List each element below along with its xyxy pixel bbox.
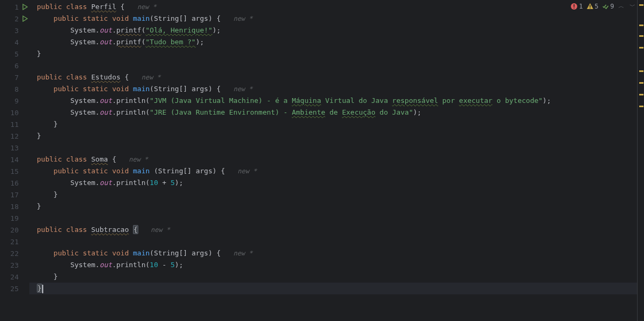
stripe-marker[interactable] [639,70,643,72]
line-number: 7 [14,74,19,82]
code-line[interactable]: public class Estudos { new * [29,71,637,83]
code-line[interactable]: public class Subtracao { new * [29,224,637,236]
weak-count-value: 9 [610,3,614,10]
code-line[interactable]: } [29,118,637,130]
code-line[interactable]: System.out.println(10 + 5); [29,177,637,189]
code-line[interactable]: System.out.println("JRE (Java Runtime En… [29,107,637,118]
stripe-marker[interactable] [639,35,643,37]
code-line[interactable]: public static void main (String[] args) … [29,165,637,177]
code-line[interactable]: public static void main(String[] args) {… [29,13,637,25]
code-line[interactable]: } [29,189,637,200]
line-number: 25 [10,285,19,293]
code-line[interactable]: public static void main(String[] args) {… [29,83,637,95]
svg-rect-2 [574,7,575,9]
line-number: 8 [14,85,19,93]
line-number: 20 [10,226,19,234]
stripe-marker[interactable] [639,82,643,84]
code-line[interactable] [29,142,637,154]
code-line[interactable]: } [29,200,637,212]
code-line[interactable]: System.out.printf("Olá, Henrique!"); [29,25,637,36]
line-number: 6 [14,62,19,70]
weak-warning-count[interactable]: 9 [602,3,614,10]
text-cursor [42,285,43,293]
error-stripe[interactable] [638,0,644,321]
inspection-status-bar: 1 5 9 ︿ ﹀ [570,2,637,10]
line-number: 12 [10,132,19,140]
code-content[interactable]: public class Perfil { new * public stati… [29,0,638,321]
code-line[interactable]: System.out.printf("Tudo bem ?"); [29,36,637,48]
line-number: 16 [10,179,19,187]
next-highlight-button[interactable]: ﹀ [629,2,637,10]
line-number: 3 [14,27,19,35]
error-icon [570,3,578,10]
line-number: 4 [14,38,19,46]
svg-rect-4 [590,7,591,8]
error-count[interactable]: 1 [570,3,583,10]
line-number: 11 [10,121,19,129]
line-number: 15 [10,167,19,175]
warning-icon [586,3,594,10]
warning-count[interactable]: 5 [586,3,599,10]
stripe-marker[interactable] [639,106,643,107]
line-number: 13 [10,144,19,152]
line-number: 22 [10,250,19,258]
code-line[interactable]: } [29,48,637,60]
run-gutter-icon[interactable] [22,15,28,22]
line-number: 24 [10,273,19,281]
svg-rect-1 [574,4,575,7]
prev-highlight-button[interactable]: ︿ [617,2,625,10]
code-line[interactable] [29,60,637,71]
code-line[interactable]: } [29,130,637,142]
code-line[interactable]: } [29,271,637,283]
stripe-marker[interactable] [639,4,643,6]
run-gutter-icon[interactable] [22,4,28,10]
code-editor[interactable]: 1 2 3 4 5 6 7 8 9 10 11 12 13 14 15 16 1… [0,0,644,321]
warning-count-value: 5 [595,3,599,10]
line-number: 1 [14,3,19,11]
line-number: 2 [14,15,19,23]
code-line[interactable]: System.out.println("JVM (Java Virtual Ma… [29,95,637,107]
line-number: 17 [10,191,19,199]
stripe-marker[interactable] [639,94,643,95]
line-number: 9 [14,97,19,105]
line-number: 23 [10,261,19,269]
code-line[interactable] [29,212,637,224]
line-number: 5 [14,50,19,58]
code-line[interactable]: public class Perfil { new * [29,1,637,13]
line-number: 18 [10,203,19,211]
line-number: 19 [10,214,19,222]
line-number: 10 [10,109,19,117]
code-line[interactable]: System.out.println(10 - 5); [29,259,637,271]
code-line[interactable]: } [29,283,637,294]
check-icon [602,3,609,10]
gutter: 1 2 3 4 5 6 7 8 9 10 11 12 13 14 15 16 1… [0,0,29,321]
error-count-value: 1 [579,3,583,10]
code-line[interactable] [29,236,637,247]
line-number: 14 [10,156,19,164]
code-line[interactable]: public static void main(String[] args) {… [29,247,637,259]
stripe-marker[interactable] [639,47,643,49]
code-line[interactable]: public class Soma { new * [29,154,637,165]
stripe-marker[interactable] [639,25,643,26]
line-number: 21 [10,238,19,246]
svg-rect-3 [590,5,591,7]
